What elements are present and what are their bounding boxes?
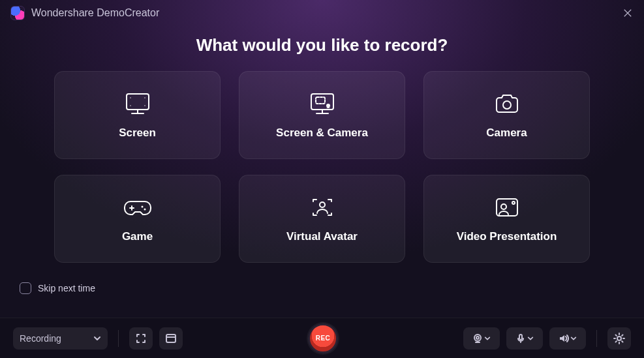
settings-button[interactable] <box>607 327 631 350</box>
card-label: Game <box>122 230 153 243</box>
card-label: Video Presentation <box>457 230 557 243</box>
mic-toggle[interactable] <box>506 327 543 350</box>
svg-point-3 <box>130 97 130 98</box>
virtual-avatar-icon <box>307 195 337 221</box>
record-label: REC <box>316 335 331 342</box>
svg-rect-25 <box>519 335 522 340</box>
mode-select[interactable]: Recording <box>13 327 108 350</box>
bottom-toolbar: Recording REC <box>0 318 644 358</box>
game-icon <box>122 195 153 221</box>
chevron-down-icon <box>527 335 534 342</box>
svg-point-17 <box>320 202 325 207</box>
card-label: Screen & Camera <box>276 127 368 140</box>
close-icon[interactable] <box>622 7 634 19</box>
card-screen[interactable]: Screen <box>54 71 221 159</box>
capture-area-icon <box>135 333 147 344</box>
skip-label: Skip next time <box>38 283 95 293</box>
card-video-presentation[interactable]: Video Presentation <box>423 175 590 263</box>
card-label: Screen <box>119 127 156 140</box>
mic-icon <box>515 333 526 344</box>
svg-point-12 <box>503 101 511 109</box>
svg-point-26 <box>617 336 621 340</box>
webcam-toggle[interactable] <box>463 327 500 350</box>
skip-checkbox[interactable] <box>20 282 31 294</box>
video-presentation-icon <box>492 195 522 221</box>
chevron-down-icon <box>93 335 101 342</box>
svg-point-19 <box>512 201 515 204</box>
record-mode-grid: Screen Screen & Camera Camera <box>54 71 590 263</box>
svg-point-4 <box>144 97 145 98</box>
svg-rect-0 <box>127 94 149 110</box>
svg-point-15 <box>141 205 143 207</box>
window-button[interactable] <box>159 327 183 350</box>
skip-row: Skip next time <box>20 278 95 294</box>
svg-point-16 <box>144 208 146 210</box>
main-panel: What would you like to record? Screen <box>0 23 644 318</box>
svg-point-24 <box>476 336 479 339</box>
page-title: What would you like to record? <box>196 35 448 55</box>
svg-rect-21 <box>166 335 176 342</box>
speaker-icon <box>559 333 569 344</box>
mode-label: Recording <box>20 333 61 344</box>
card-screen-camera[interactable]: Screen & Camera <box>239 71 405 159</box>
app-title: Wondershare DemoCreator <box>31 7 159 19</box>
brand: Wondershare DemoCreator <box>10 6 159 20</box>
svg-point-5 <box>130 105 130 106</box>
speaker-toggle[interactable] <box>549 327 586 350</box>
card-label: Camera <box>486 127 527 140</box>
card-game[interactable]: Game <box>54 175 221 263</box>
svg-point-11 <box>326 104 330 108</box>
card-camera[interactable]: Camera <box>423 71 590 159</box>
chevron-down-icon <box>484 335 491 342</box>
svg-point-23 <box>474 335 481 341</box>
screen-icon <box>123 91 153 117</box>
capture-area-button[interactable] <box>129 327 153 350</box>
camera-icon <box>492 91 522 117</box>
card-label: Virtual Avatar <box>286 230 358 243</box>
titlebar: Wondershare DemoCreator <box>0 0 644 23</box>
webcam-icon <box>472 333 483 344</box>
chevron-down-icon <box>570 335 577 342</box>
screen-camera-icon <box>306 91 339 117</box>
svg-rect-7 <box>311 94 333 110</box>
record-button[interactable]: REC <box>308 323 338 353</box>
svg-rect-10 <box>316 97 325 104</box>
svg-point-20 <box>501 204 506 209</box>
gear-icon <box>613 333 625 344</box>
divider <box>596 330 597 347</box>
card-virtual-avatar[interactable]: Virtual Avatar <box>239 175 405 263</box>
divider <box>118 330 119 347</box>
app-logo-icon <box>10 6 25 20</box>
svg-point-6 <box>144 105 145 106</box>
window-icon <box>165 333 177 344</box>
